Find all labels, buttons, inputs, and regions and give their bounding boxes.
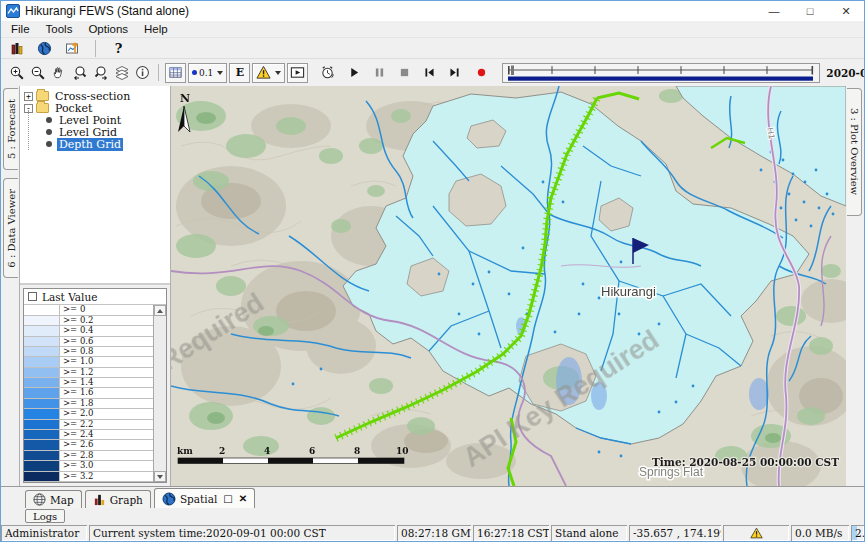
legend-color-swatch [24, 316, 60, 326]
current-time-label: 2020-08-25 00:00:00 CST [826, 67, 865, 79]
play-button[interactable] [344, 63, 365, 83]
last-value-label: Last Value [42, 291, 97, 303]
scale-bar-glyph: E [236, 66, 244, 79]
spatial-display-icon[interactable] [62, 38, 83, 58]
tab-maximize-icon[interactable]: □ [223, 493, 232, 504]
map-display-icon[interactable] [34, 38, 55, 58]
map-toolbar: 0.1 E [1, 59, 864, 86]
tab-graph[interactable]: Graph [85, 490, 151, 508]
legend-color-swatch [24, 378, 60, 388]
legend-color-swatch [24, 388, 60, 398]
zoom-out-icon[interactable] [27, 63, 48, 83]
legend-color-swatch [24, 337, 60, 347]
menu-item[interactable]: Tools [38, 23, 81, 35]
folder-icon [36, 103, 49, 113]
bullet-icon [46, 141, 52, 147]
north-label: N [180, 92, 190, 105]
logs-button[interactable]: Logs [25, 509, 65, 523]
legend-color-swatch [24, 305, 60, 315]
skip-to-start-button[interactable] [419, 63, 440, 83]
bar-chart-icon [93, 493, 106, 506]
tab-map[interactable]: Map [25, 490, 82, 508]
legend-row: >= 3.2 [24, 472, 153, 482]
scale-tick: 4 [264, 446, 270, 456]
app-window: Hikurangi FEWS (Stand alone) — □ ✕ FileT… [0, 0, 865, 542]
legend-color-swatch [24, 472, 60, 482]
tree-node-pocket[interactable]: - Pocket [23, 102, 170, 114]
tab-close-icon[interactable]: ✕ [239, 493, 247, 504]
tab-graph-label: Graph [110, 494, 143, 506]
layer-tree: + Cross-section - Pocket Level Point Lev… [20, 86, 170, 285]
warning-dropdown[interactable] [252, 63, 285, 83]
close-button[interactable]: ✕ [828, 1, 864, 21]
zoom-previous-icon[interactable] [69, 63, 90, 83]
tab-data-viewer[interactable]: 6 : Data Viewer [3, 178, 18, 278]
title-bar: Hikurangi FEWS (Stand alone) — □ ✕ [1, 1, 864, 21]
status-local-time: 16:27:18 CST [473, 525, 549, 541]
menu-bar: FileToolsOptionsHelp [1, 21, 864, 38]
tree-node-cross-section[interactable]: + Cross-section [23, 90, 170, 102]
left-tab-strip: 5 : Forecast 6 : Data Viewer [1, 86, 19, 486]
tree-node-level-point[interactable]: Level Point [23, 114, 170, 126]
interval-dropdown[interactable]: 0.1 [188, 63, 227, 83]
skip-to-end-button[interactable] [444, 63, 465, 83]
expand-icon[interactable]: + [24, 92, 33, 101]
tree-node-level-grid[interactable]: Level Grid [23, 126, 170, 138]
help-button[interactable]: ? [108, 38, 129, 58]
legend-color-swatch [24, 420, 60, 430]
legend-scrollbar[interactable] [153, 305, 166, 482]
tab-plot-overview[interactable]: 3 : Plot Overview [847, 88, 862, 216]
tree-connector [28, 110, 29, 150]
maximize-button[interactable]: □ [792, 1, 828, 21]
tab-map-label: Map [50, 494, 74, 506]
scroll-up-button[interactable] [154, 305, 166, 316]
menu-item[interactable]: File [3, 23, 38, 35]
globe-icon [162, 492, 176, 506]
scale-tick: 6 [309, 446, 315, 456]
pan-hand-icon[interactable] [48, 63, 69, 83]
scale-bar-button[interactable]: E [229, 63, 250, 83]
status-mode: Stand alone [551, 525, 627, 541]
legend-table: >= 0 >= 0.2 >= 0.4 [24, 305, 166, 482]
scroll-down-button[interactable] [154, 471, 166, 482]
legend-color-swatch [24, 461, 60, 471]
tab-forecast[interactable]: 5 : Forecast [3, 88, 18, 170]
main-area: 5 : Forecast 6 : Data Viewer + Cross-sec… [1, 86, 864, 486]
town-label: Hikurangi [601, 284, 656, 299]
menu-item[interactable]: Options [80, 23, 136, 35]
status-bar: Administrator Current system time:2020-0… [1, 524, 864, 541]
bullet-icon [46, 117, 52, 123]
zoom-next-icon[interactable] [90, 63, 111, 83]
pause-button[interactable] [369, 63, 390, 83]
legend-value-label: >= 3.2 [60, 472, 153, 482]
tree-node-depth-grid[interactable]: Depth Grid [23, 138, 170, 150]
legend-color-swatch [24, 399, 60, 409]
scale-tick: 10 [396, 446, 409, 456]
chevron-down-icon [217, 71, 223, 75]
status-warning-cell[interactable] [723, 525, 789, 541]
scale-unit: km [177, 446, 193, 456]
time-slider[interactable] [502, 63, 820, 83]
menu-item[interactable]: Help [136, 23, 176, 35]
status-user: Administrator [1, 525, 87, 541]
interval-value: 0.1 [199, 68, 213, 78]
right-tab-strip: 3 : Plot Overview [846, 86, 864, 486]
stop-button[interactable] [394, 63, 415, 83]
legend-color-swatch [24, 357, 60, 367]
info-icon[interactable] [132, 63, 153, 83]
record-button[interactable] [471, 63, 492, 83]
last-value-checkbox[interactable] [28, 292, 37, 301]
map-view[interactable]: API Key Required API Key Required Hikura… [171, 86, 846, 486]
triangle-down-icon [157, 475, 163, 479]
left-panel: + Cross-section - Pocket Level Point Lev… [19, 86, 171, 486]
bullet-icon [46, 129, 52, 135]
animation-window-button[interactable] [287, 63, 308, 83]
zoom-in-icon[interactable] [6, 63, 27, 83]
minimize-button[interactable]: — [756, 1, 792, 21]
tab-spatial[interactable]: Spatial □ ✕ [154, 488, 255, 508]
animation-settings-icon[interactable] [317, 63, 338, 83]
database-viewer-icon[interactable] [6, 38, 27, 58]
toolbar-separator [158, 64, 159, 81]
layers-icon[interactable] [111, 63, 132, 83]
grid-display-button[interactable] [165, 63, 186, 83]
